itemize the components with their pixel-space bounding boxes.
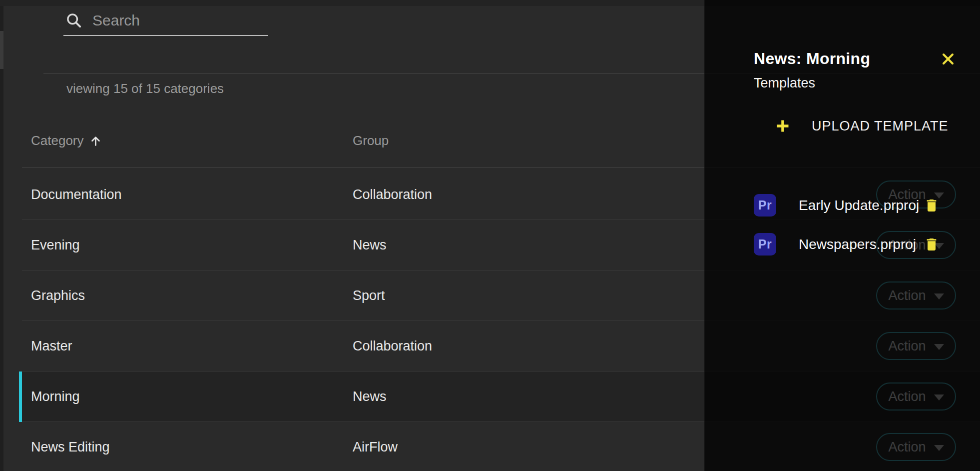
category-cell: Evening (31, 238, 80, 253)
template-list-item[interactable]: Pr Newspapers.prproj (754, 225, 980, 264)
upload-template-button[interactable]: UPLOAD TEMPLATE (775, 115, 949, 137)
close-drawer-button[interactable] (939, 50, 957, 68)
close-icon (940, 51, 956, 67)
delete-template-button[interactable] (923, 236, 940, 253)
group-cell: Sport (353, 288, 385, 304)
category-column-label: Category (31, 133, 84, 148)
drawer-subtitle: Templates (754, 76, 815, 91)
group-cell: News (353, 238, 387, 253)
group-cell: Collaboration (353, 338, 432, 354)
category-cell: Morning (31, 389, 80, 404)
template-name: Early Update.prproj (799, 198, 919, 214)
group-cell: AirFlow (353, 440, 398, 455)
delete-template-button[interactable] (923, 197, 940, 214)
group-cell: Collaboration (353, 187, 432, 202)
column-header-category[interactable]: Category (31, 133, 102, 148)
category-cell: Graphics (31, 288, 85, 304)
premiere-pro-icon: Pr (754, 233, 776, 256)
group-cell: News (353, 389, 387, 404)
group-column-label: Group (353, 133, 389, 148)
search-icon (65, 12, 82, 29)
column-header-group[interactable]: Group (353, 133, 389, 148)
trash-icon (924, 236, 940, 252)
sort-ascending-icon (89, 134, 102, 148)
template-name: Newspapers.prproj (799, 236, 916, 252)
upload-template-label: UPLOAD TEMPLATE (812, 118, 949, 134)
premiere-pro-icon-label: Pr (758, 198, 772, 212)
category-cell: Master (31, 338, 72, 354)
premiere-pro-icon-label: Pr (758, 237, 772, 252)
template-drawer: News: Morning Templates UPLOAD TEMPLATE … (704, 0, 980, 471)
template-list-item[interactable]: Pr Early Update.prproj (754, 186, 980, 225)
search-input[interactable] (91, 12, 268, 30)
selected-row-accent (19, 372, 22, 422)
plus-icon (775, 118, 791, 134)
category-count-text: viewing 15 of 15 categories (66, 81, 224, 96)
drawer-title: News: Morning (754, 50, 870, 68)
category-cell: News Editing (31, 440, 110, 455)
premiere-pro-icon: Pr (754, 194, 776, 216)
scrollbar-thumb[interactable] (0, 31, 3, 69)
app-window: viewing 15 of 15 categories Category Gro… (0, 0, 980, 471)
trash-icon (924, 198, 940, 214)
search-field[interactable] (63, 6, 268, 36)
left-scrollbar (0, 6, 3, 471)
template-list: Pr Early Update.prproj Pr Newspapers.prp… (754, 186, 980, 264)
category-cell: Documentation (31, 187, 122, 202)
